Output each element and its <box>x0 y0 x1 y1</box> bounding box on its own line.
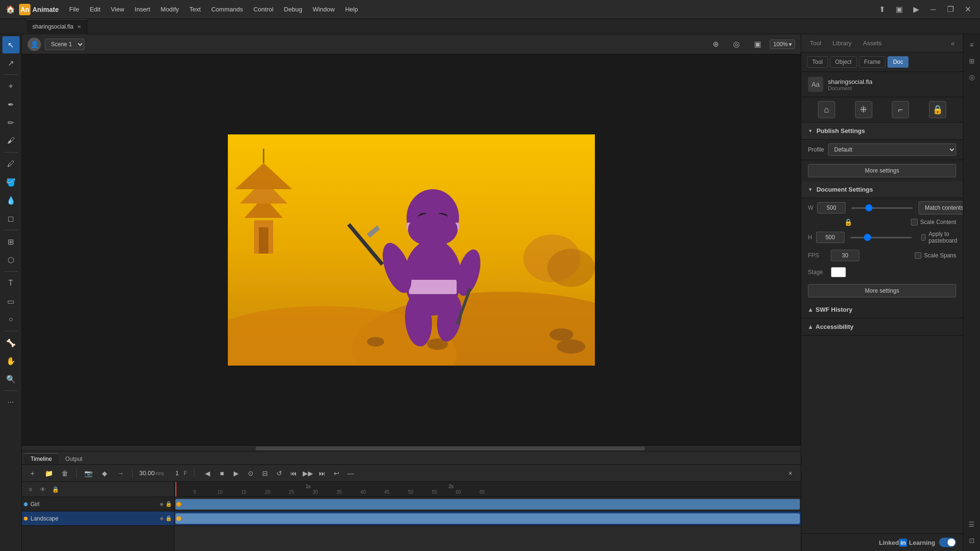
accessibility-section[interactable]: ▶ Accessibility <box>801 318 963 336</box>
restore-button[interactable]: ❐ <box>944 3 957 16</box>
canvas-scrollbar-h[interactable] <box>22 445 801 451</box>
zoom-control[interactable]: 100% ▾ <box>770 40 795 49</box>
play-button[interactable]: ▶ <box>909 3 923 16</box>
tool-lasso[interactable]: ⌖ <box>2 78 20 95</box>
doc-more-settings-btn[interactable]: More settings <box>808 284 956 297</box>
menu-file[interactable]: File <box>64 4 84 15</box>
playback-beat[interactable]: ⊟ <box>258 467 272 480</box>
scene-onion-btn[interactable]: ◎ <box>728 36 745 53</box>
playback-play[interactable]: ▶▶ <box>301 467 315 480</box>
tab-timeline[interactable]: Timeline <box>24 453 59 464</box>
tool-paintbrush[interactable]: 🖌 <box>2 132 20 149</box>
scale-spans-checkbox[interactable] <box>915 252 921 259</box>
tl-folder[interactable]: 📁 <box>42 467 55 480</box>
doc-view-tool[interactable]: Tool <box>807 56 828 68</box>
home-button[interactable]: 🏠 <box>4 3 17 16</box>
swf-history-section[interactable]: ▶ SWF History <box>801 301 963 318</box>
snap-icon-btn[interactable]: ⌂ <box>818 101 835 118</box>
menu-control[interactable]: Control <box>249 4 278 15</box>
fps-row-input[interactable] <box>831 250 859 261</box>
menu-edit[interactable]: Edit <box>85 4 105 15</box>
playback-loop[interactable]: ⊙ <box>244 467 257 480</box>
dimension-lock-icon[interactable]: 🔒 <box>844 218 852 226</box>
apply-pasteboard-checkbox[interactable] <box>921 234 926 241</box>
scene-snap-btn[interactable]: ⊕ <box>707 36 724 53</box>
playback-stop[interactable]: ■ <box>215 467 229 480</box>
menu-commands[interactable]: Commands <box>206 4 247 15</box>
tab-output[interactable]: Output <box>59 454 89 464</box>
tool-text[interactable]: T <box>2 275 20 292</box>
tool-arrow[interactable]: ↖ <box>2 36 20 53</box>
scene-clip-btn[interactable]: ▣ <box>749 36 766 53</box>
far-right-btn-1[interactable]: ≡ <box>965 38 979 51</box>
file-tab-close[interactable]: × <box>77 23 81 31</box>
menu-help[interactable]: Help <box>340 4 363 15</box>
tl-collapse[interactable]: × <box>784 467 797 480</box>
panel-tab-assets[interactable]: Assets <box>858 38 887 49</box>
tool-oval[interactable]: ○ <box>2 311 20 328</box>
tool-more[interactable]: ··· <box>2 394 20 411</box>
scene-select[interactable]: Scene 1 <box>45 39 84 50</box>
playback-sync[interactable]: ↺ <box>273 467 286 480</box>
width-input[interactable] <box>817 202 846 214</box>
minimize-button[interactable]: ─ <box>927 3 940 16</box>
far-right-btn-5[interactable]: ⊡ <box>965 534 979 547</box>
tool-rect[interactable]: ▭ <box>2 293 20 310</box>
tl-delete[interactable]: 🗑 <box>58 467 71 480</box>
height-slider[interactable] <box>850 237 912 238</box>
export-button[interactable]: ⬆ <box>875 3 888 16</box>
tool-bone[interactable]: 🦴 <box>2 334 20 351</box>
playback-onion[interactable]: — <box>344 467 357 480</box>
tool-paint-bucket[interactable]: 🪣 <box>2 173 20 191</box>
publish-more-settings-btn[interactable]: More settings <box>808 164 956 177</box>
menu-modify[interactable]: Modify <box>156 4 184 15</box>
doc-view-object[interactable]: Object <box>830 56 857 68</box>
tl-new-layer[interactable]: + <box>26 467 39 480</box>
align-icon-btn[interactable]: ⁜ <box>855 101 872 118</box>
tool-pencil[interactable]: ✏ <box>2 114 20 131</box>
stage-color-picker[interactable] <box>831 267 846 277</box>
linkedin-toggle[interactable] <box>939 538 956 547</box>
doc-view-doc[interactable]: Doc <box>888 56 908 68</box>
layer-header-lock[interactable]: 🔒 <box>51 485 60 494</box>
layout-button[interactable]: ▣ <box>892 3 906 16</box>
menu-view[interactable]: View <box>106 4 129 15</box>
tool-eyedropper[interactable]: 💧 <box>2 192 20 209</box>
tl-keyframe[interactable]: ◆ <box>98 467 111 480</box>
far-right-btn-3[interactable]: ◎ <box>965 71 979 84</box>
menu-debug[interactable]: Debug <box>279 4 307 15</box>
layer-lock-girl[interactable]: 🔒 <box>165 501 172 507</box>
menu-insert[interactable]: Insert <box>130 4 155 15</box>
tool-zoom[interactable]: 🔍 <box>2 370 20 388</box>
layer-header-eye[interactable]: 👁 <box>38 485 48 494</box>
doc-view-frame[interactable]: Frame <box>859 56 886 68</box>
tool-ink-bottle[interactable]: 🖊 <box>2 155 20 173</box>
match-contents-button[interactable]: Match contents <box>919 201 970 214</box>
panel-collapse-btn[interactable]: « <box>947 37 959 50</box>
tl-camera[interactable]: 📷 <box>82 467 95 480</box>
tool-subselect[interactable]: ↗ <box>2 54 20 71</box>
playback-next-key[interactable]: ⏭ <box>316 467 329 480</box>
layer-row-landscape[interactable]: Landscape ◆ 🔒 <box>22 511 174 526</box>
far-right-btn-4[interactable]: ☰ <box>965 518 979 531</box>
playback-next[interactable]: ▶ <box>230 467 243 480</box>
menu-text[interactable]: Text <box>184 4 205 15</box>
far-right-btn-2[interactable]: ⊞ <box>965 54 979 68</box>
lock-icon-btn[interactable]: 🔒 <box>929 101 946 118</box>
close-button[interactable]: ✕ <box>961 3 974 16</box>
menu-window[interactable]: Window <box>308 4 339 15</box>
height-input[interactable] <box>816 232 845 243</box>
panel-tab-properties[interactable]: Tool <box>805 38 826 49</box>
tool-free-transform[interactable]: ⊞ <box>2 233 20 250</box>
tool-gradient-transform[interactable]: ⬡ <box>2 251 20 268</box>
publish-profile-select[interactable]: Default <box>828 143 956 156</box>
tool-pen[interactable]: ✒ <box>2 96 20 113</box>
playback-prev-key[interactable]: ⏮ <box>287 467 300 480</box>
scale-content-checkbox[interactable] <box>911 219 918 225</box>
file-tab[interactable]: sharingsocial.fla × <box>27 19 87 34</box>
publish-settings-section[interactable]: ▼ Publish Settings <box>801 122 963 140</box>
tool-hand[interactable]: ✋ <box>2 352 20 369</box>
layer-row-girl[interactable]: Girl ◆ 🔒 <box>22 497 174 511</box>
layer-header-layers[interactable]: ≡ <box>26 485 35 494</box>
playback-undo[interactable]: ↩ <box>330 467 343 480</box>
